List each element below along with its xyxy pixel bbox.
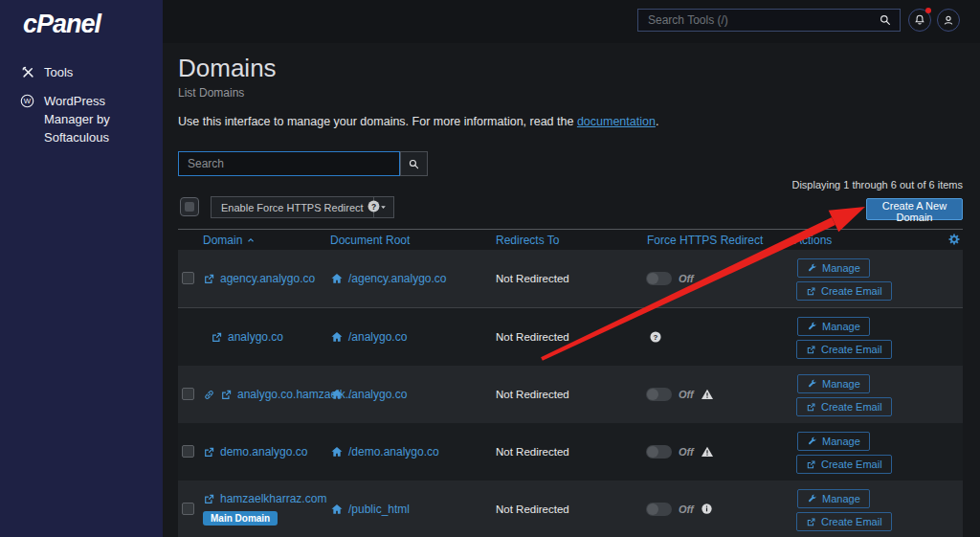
toggle-state-label: Off	[679, 273, 694, 284]
domain-cell: analygo.co	[211, 308, 283, 366]
toggle-knob	[647, 446, 658, 458]
wrench-icon	[807, 379, 817, 390]
create-new-domain-button[interactable]: Create A New Domain	[866, 198, 963, 220]
external-link-icon	[806, 286, 816, 297]
external-link-icon	[806, 345, 816, 355]
external-link-icon	[211, 331, 223, 344]
document-root-cell: /agency.analygo.co	[330, 250, 447, 307]
row-checkbox[interactable]	[182, 445, 194, 458]
column-header-domain[interactable]: Domain	[203, 230, 256, 250]
pagination-status: Displaying 1 through 6 out of 6 items	[791, 179, 963, 190]
row-checkbox[interactable]	[182, 503, 194, 515]
domain-cell: agency.analygo.co	[203, 250, 315, 307]
sidebar-item-label: WordPress Manager by Softaculous	[44, 93, 140, 147]
create-email-button[interactable]: Create Email	[796, 281, 892, 301]
search-icon[interactable]	[879, 13, 892, 27]
toggle-knob	[647, 389, 658, 400]
domain-link[interactable]: analygo.co	[211, 330, 283, 344]
create-email-button[interactable]: Create Email	[796, 397, 892, 416]
domain-link[interactable]: hamzaelkharraz.com	[203, 492, 326, 505]
column-header-actions: Actions	[794, 230, 832, 250]
global-search-input[interactable]	[646, 12, 879, 28]
toggle-knob	[647, 503, 658, 515]
document-root-cell: /public_html	[330, 481, 410, 537]
domain-search-button[interactable]	[400, 151, 428, 176]
documentation-link[interactable]: documentation	[577, 115, 656, 128]
table-row: hamzaelkharraz.com Main Domain /public_h…	[178, 481, 963, 537]
external-link-icon	[203, 493, 215, 505]
manage-button[interactable]: Manage	[797, 489, 870, 508]
external-link-icon	[806, 402, 816, 413]
description-text: Use this interface to manage your domain…	[178, 115, 577, 128]
wrench-icon	[807, 322, 817, 332]
document-root-cell: /demo.analygo.co	[330, 423, 439, 481]
sidebar-item-label: Tools	[44, 65, 73, 79]
tools-icon	[21, 65, 35, 79]
domain-link[interactable]: agency.analygo.co	[203, 272, 315, 285]
domain-cell: hamzaelkharraz.com Main Domain	[203, 481, 326, 537]
external-link-icon	[220, 389, 233, 401]
sidebar-item-wordpress-manager[interactable]: WordPress Manager by Softaculous	[19, 93, 149, 147]
create-email-button[interactable]: Create Email	[796, 340, 892, 359]
create-email-button[interactable]: Create Email	[796, 455, 892, 474]
redirects-to-cell: Not Redirected	[496, 481, 569, 537]
bell-icon	[913, 13, 926, 27]
user-icon	[942, 13, 955, 27]
bulk-action-label: Enable Force HTTPS Redirect	[212, 197, 373, 217]
notification-badge	[925, 8, 931, 13]
gear-icon[interactable]	[947, 233, 961, 246]
external-link-icon	[806, 459, 816, 470]
manage-button[interactable]: Manage	[797, 317, 870, 336]
https-toggle[interactable]	[646, 388, 672, 401]
https-toggle[interactable]	[646, 503, 672, 516]
table-row: agency.analygo.co /agency.analygo.co Not…	[178, 250, 963, 308]
manage-button[interactable]: Manage	[797, 374, 870, 393]
force-https-cell	[649, 308, 662, 366]
table-header: Domain Document Root Redirects To Force …	[178, 229, 963, 251]
toggle-state-label: Off	[679, 503, 694, 515]
https-toggle[interactable]	[646, 272, 672, 285]
notifications-button[interactable]	[908, 9, 931, 32]
column-header-document-root[interactable]: Document Root	[330, 230, 410, 250]
wrench-icon	[807, 436, 817, 447]
domain-search-input[interactable]	[186, 156, 392, 171]
manage-button[interactable]: Manage	[797, 258, 870, 278]
wrench-icon	[807, 263, 817, 274]
create-email-button[interactable]: Create Email	[796, 512, 892, 531]
document-root-cell: /analygo.co	[330, 308, 407, 366]
cpanel-logo: cPanel	[23, 10, 100, 39]
help-icon[interactable]	[367, 199, 381, 213]
page-title: Domains	[178, 54, 277, 83]
question-icon[interactable]	[649, 330, 662, 344]
force-https-cell: Off	[646, 250, 694, 307]
home-icon	[330, 272, 344, 285]
home-icon	[330, 388, 344, 401]
manage-button[interactable]: Manage	[797, 432, 870, 451]
account-button[interactable]	[937, 9, 960, 32]
table-row: demo.analygo.co /demo.analygo.co Not Red…	[178, 423, 963, 481]
row-checkbox[interactable]	[182, 272, 194, 284]
table-row: analygo.co.hamzaelk... /analygo.co Not R…	[178, 366, 963, 424]
page-description: Use this interface to manage your domain…	[178, 115, 658, 128]
external-link-icon	[203, 446, 215, 459]
force-https-cell: Off	[646, 481, 713, 537]
search-icon	[408, 158, 420, 170]
sidebar-item-tools[interactable]: Tools	[21, 65, 73, 79]
row-checkbox[interactable]	[182, 388, 194, 400]
sidebar: cPanel Tools WordPress Manager by Softac…	[0, 0, 163, 537]
force-https-cell: Off	[646, 366, 714, 423]
column-header-redirects-to[interactable]: Redirects To	[496, 230, 559, 250]
https-toggle[interactable]	[646, 445, 672, 459]
wrench-icon	[807, 494, 817, 504]
main-domain-badge: Main Domain	[203, 511, 278, 526]
column-header-force-https[interactable]: Force HTTPS Redirect	[647, 230, 763, 250]
domain-link[interactable]: demo.analygo.co	[203, 445, 307, 459]
select-all-checkbox[interactable]	[180, 197, 199, 216]
warning-icon	[701, 445, 714, 459]
external-link-icon	[203, 273, 215, 285]
global-search	[637, 9, 901, 32]
description-text-end: .	[656, 115, 658, 128]
table-row: analygo.co /analygo.co Not Redirected Ma…	[178, 308, 963, 367]
external-link-icon	[806, 517, 816, 527]
home-icon	[330, 330, 344, 344]
